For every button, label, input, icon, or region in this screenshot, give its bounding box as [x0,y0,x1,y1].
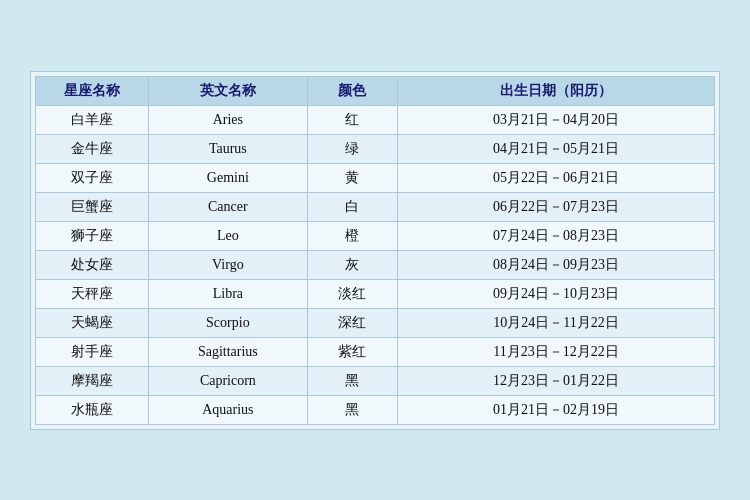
header-english: 英文名称 [149,76,307,105]
cell-english: Gemini [149,163,307,192]
table-row: 天蝎座Scorpio深红10月24日－11月22日 [36,308,715,337]
table-row: 狮子座Leo橙07月24日－08月23日 [36,221,715,250]
cell-chinese: 天秤座 [36,279,149,308]
cell-english: Scorpio [149,308,307,337]
cell-english: Leo [149,221,307,250]
cell-color: 灰 [307,250,398,279]
cell-chinese: 射手座 [36,337,149,366]
table-row: 双子座Gemini黄05月22日－06月21日 [36,163,715,192]
table-row: 处女座Virgo灰08月24日－09月23日 [36,250,715,279]
zodiac-table-container: 星座名称 英文名称 颜色 出生日期（阳历） 白羊座Aries红03月21日－04… [30,71,720,430]
table-row: 巨蟹座Cancer白06月22日－07月23日 [36,192,715,221]
cell-chinese: 双子座 [36,163,149,192]
cell-english: Cancer [149,192,307,221]
cell-date: 06月22日－07月23日 [398,192,715,221]
cell-date: 04月21日－05月21日 [398,134,715,163]
table-header-row: 星座名称 英文名称 颜色 出生日期（阳历） [36,76,715,105]
cell-date: 05月22日－06月21日 [398,163,715,192]
cell-color: 黄 [307,163,398,192]
cell-english: Sagittarius [149,337,307,366]
cell-english: Libra [149,279,307,308]
cell-date: 11月23日－12月22日 [398,337,715,366]
zodiac-table: 星座名称 英文名称 颜色 出生日期（阳历） 白羊座Aries红03月21日－04… [35,76,715,425]
cell-color: 黑 [307,395,398,424]
cell-date: 12月23日－01月22日 [398,366,715,395]
cell-color: 淡红 [307,279,398,308]
cell-chinese: 白羊座 [36,105,149,134]
cell-english: Taurus [149,134,307,163]
cell-english: Virgo [149,250,307,279]
table-row: 水瓶座Aquarius黑01月21日－02月19日 [36,395,715,424]
cell-date: 03月21日－04月20日 [398,105,715,134]
cell-color: 橙 [307,221,398,250]
header-chinese: 星座名称 [36,76,149,105]
header-color: 颜色 [307,76,398,105]
cell-chinese: 金牛座 [36,134,149,163]
cell-chinese: 摩羯座 [36,366,149,395]
cell-date: 09月24日－10月23日 [398,279,715,308]
cell-chinese: 处女座 [36,250,149,279]
cell-color: 黑 [307,366,398,395]
cell-date: 01月21日－02月19日 [398,395,715,424]
cell-date: 08月24日－09月23日 [398,250,715,279]
cell-color: 紫红 [307,337,398,366]
cell-chinese: 狮子座 [36,221,149,250]
table-row: 金牛座Taurus绿04月21日－05月21日 [36,134,715,163]
cell-chinese: 巨蟹座 [36,192,149,221]
cell-chinese: 天蝎座 [36,308,149,337]
cell-chinese: 水瓶座 [36,395,149,424]
cell-color: 深红 [307,308,398,337]
cell-english: Aquarius [149,395,307,424]
table-row: 射手座Sagittarius紫红11月23日－12月22日 [36,337,715,366]
table-row: 天秤座Libra淡红09月24日－10月23日 [36,279,715,308]
cell-date: 10月24日－11月22日 [398,308,715,337]
cell-date: 07月24日－08月23日 [398,221,715,250]
header-date: 出生日期（阳历） [398,76,715,105]
cell-english: Capricorn [149,366,307,395]
table-row: 摩羯座Capricorn黑12月23日－01月22日 [36,366,715,395]
cell-color: 红 [307,105,398,134]
cell-color: 白 [307,192,398,221]
cell-english: Aries [149,105,307,134]
table-row: 白羊座Aries红03月21日－04月20日 [36,105,715,134]
cell-color: 绿 [307,134,398,163]
